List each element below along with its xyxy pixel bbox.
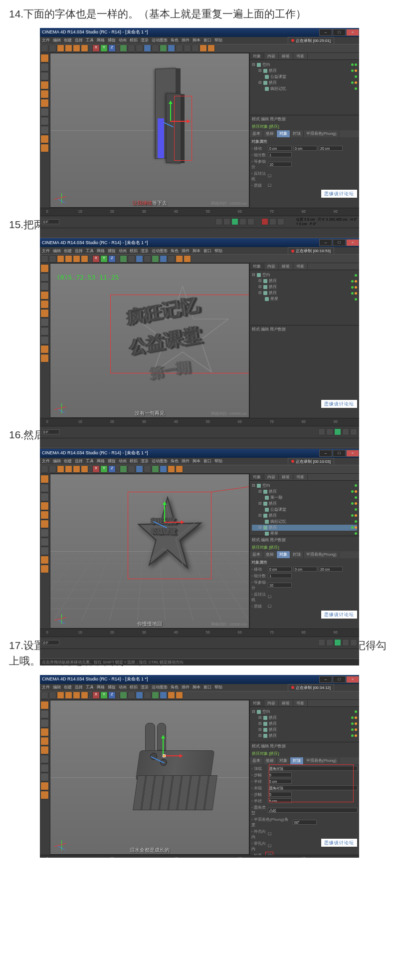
menu-item[interactable]: 插件 <box>182 37 190 43</box>
tb-axis-x[interactable]: X <box>92 44 100 52</box>
play-button[interactable] <box>334 428 341 435</box>
cap-type[interactable]: 凸起 <box>268 808 358 813</box>
tab-content[interactable]: 内容 <box>264 700 279 706</box>
tb-btn[interactable] <box>136 255 143 263</box>
tb-btn[interactable] <box>128 255 135 263</box>
iso-field[interactable]: 10 <box>268 162 292 167</box>
mode-icon[interactable] <box>40 556 49 564</box>
tb-rotate[interactable] <box>81 44 88 52</box>
timeline[interactable]: 0102030405060708090 0 F <box>40 418 359 438</box>
tb-btn[interactable] <box>73 255 80 263</box>
tb-btn[interactable] <box>160 691 167 699</box>
tb-btn[interactable] <box>144 691 151 699</box>
tb-axis-x[interactable]: X <box>92 691 100 699</box>
cap-phong[interactable]: 60° <box>293 820 317 825</box>
menu-item[interactable]: 动画 <box>119 37 127 43</box>
menu-item[interactable]: 捕捉 <box>108 248 116 254</box>
tb-btn[interactable] <box>128 44 135 52</box>
flip-checkbox[interactable]: ☐ <box>268 595 271 599</box>
tb-btn[interactable] <box>168 255 175 263</box>
tb-btn[interactable] <box>144 255 151 263</box>
close-button[interactable]: × <box>346 29 359 36</box>
menu-item[interactable]: 模拟 <box>130 458 138 464</box>
tb-btn[interactable] <box>136 691 143 699</box>
tb-btn[interactable] <box>57 465 64 473</box>
tb-axis-y[interactable]: Y <box>100 255 108 263</box>
viewport[interactable]: (0)5.72.53 11.25 疯狂记忆 公益课堂 第一期 网格间距: 100… <box>50 263 249 418</box>
tb-btn[interactable] <box>57 691 64 699</box>
move-x[interactable]: 0 cm <box>268 146 292 151</box>
mode-icon[interactable] <box>40 117 49 125</box>
menu-item[interactable]: 模拟 <box>130 37 138 43</box>
mode-icon[interactable] <box>40 782 49 790</box>
menu-item[interactable]: 文件 <box>42 458 50 464</box>
toolbar[interactable]: XYZ <box>40 44 359 53</box>
tab-bookmarks[interactable]: 书签 <box>293 474 308 480</box>
menu-item[interactable]: 捕捉 <box>108 458 116 464</box>
tb-btn[interactable] <box>168 691 175 699</box>
tb-btn[interactable] <box>73 691 80 699</box>
tab-bookmarks[interactable]: 书签 <box>293 53 308 59</box>
tb-btn[interactable] <box>176 44 183 52</box>
tb-btn[interactable] <box>41 691 48 699</box>
attr-tab-object[interactable]: 对象 <box>277 130 290 137</box>
play-prev[interactable] <box>326 428 333 435</box>
object-tree[interactable]: ⊟空白 ⊟挤压 第一期 ⊟挤压 公益课堂 ⊟挤压 疯狂记忆 ⊟挤压 星星 <box>250 481 359 536</box>
min-button[interactable]: – <box>319 29 332 36</box>
menu-item[interactable]: 动画 <box>119 458 127 464</box>
menu-item[interactable]: 网格 <box>97 684 105 690</box>
mode-icon[interactable] <box>40 336 49 344</box>
tb-btn[interactable] <box>184 255 191 263</box>
menu-item[interactable]: 角色 <box>171 684 179 690</box>
tab-objects[interactable]: 对象 <box>250 53 264 59</box>
menu-item[interactable]: 网格 <box>97 37 105 43</box>
attr-tab-coord[interactable]: 坐标 <box>263 551 277 558</box>
attr-tab-phong[interactable]: 平滑着色(Phong) <box>304 551 339 558</box>
tb-btn[interactable] <box>128 691 135 699</box>
attr-tab-caps[interactable]: 封顶 <box>290 757 304 764</box>
menu-item[interactable]: 网格 <box>97 248 105 254</box>
attr-tab-phong[interactable]: 平滑着色(Phong) <box>304 130 339 137</box>
menu-item[interactable]: 选择 <box>75 248 83 254</box>
min-button[interactable]: – <box>319 450 332 457</box>
menu-item[interactable]: 角色 <box>171 248 179 254</box>
close-button[interactable]: × <box>346 676 359 683</box>
mode-icon[interactable] <box>40 345 49 353</box>
viewport[interactable]: 泪水全都是成长的 <box>50 700 249 855</box>
attr-tab-object[interactable]: 对象 <box>277 757 290 764</box>
tb-btn[interactable] <box>160 44 167 52</box>
menu-item[interactable]: 选择 <box>75 37 83 43</box>
tb-axis-x[interactable]: X <box>92 465 100 473</box>
attr-tab-caps[interactable]: 封顶 <box>290 130 304 137</box>
tb-btn[interactable] <box>65 465 72 473</box>
tab-objects[interactable]: 对象 <box>250 474 264 480</box>
menu-item[interactable]: 工具 <box>86 458 94 464</box>
tb-axis-z[interactable]: Z <box>108 255 116 263</box>
tb-btn[interactable] <box>41 255 48 263</box>
menu-item[interactable]: 运动图形 <box>152 248 168 254</box>
timeline[interactable]: 020406080 <box>40 855 359 858</box>
tb-btn[interactable] <box>57 255 64 263</box>
material-strip[interactable] <box>40 438 359 448</box>
menu-item[interactable]: 选择 <box>75 458 83 464</box>
max-button[interactable]: □ <box>333 676 346 683</box>
play-button[interactable] <box>334 639 341 646</box>
menu-item[interactable]: 运动图形 <box>152 37 168 43</box>
tb-axis-x[interactable]: X <box>92 255 100 263</box>
menu-item[interactable]: 渲染 <box>141 248 149 254</box>
mode-icon[interactable] <box>40 719 49 727</box>
play-next[interactable] <box>342 639 349 646</box>
mode-icon[interactable] <box>40 728 49 736</box>
tb-btn[interactable] <box>200 44 207 52</box>
titlebar[interactable]: CINEMA 4D R14.034 Studio (RC - R14) - [未… <box>40 449 359 458</box>
material-strip[interactable] <box>40 228 359 238</box>
mode-icon[interactable] <box>40 63 49 71</box>
move-x[interactable]: 0 cm <box>268 567 292 572</box>
titlebar[interactable]: CINEMA 4D R14.034 Studio (RC - R14) - [未… <box>40 675 359 684</box>
tb-btn[interactable] <box>41 465 48 473</box>
menu-item[interactable]: 渲染 <box>141 684 149 690</box>
menu-item[interactable]: 运动图形 <box>152 458 168 464</box>
tb-btn[interactable] <box>49 691 56 699</box>
tab-tags[interactable]: 标签 <box>279 700 293 706</box>
menu-item[interactable]: 插件 <box>182 458 190 464</box>
